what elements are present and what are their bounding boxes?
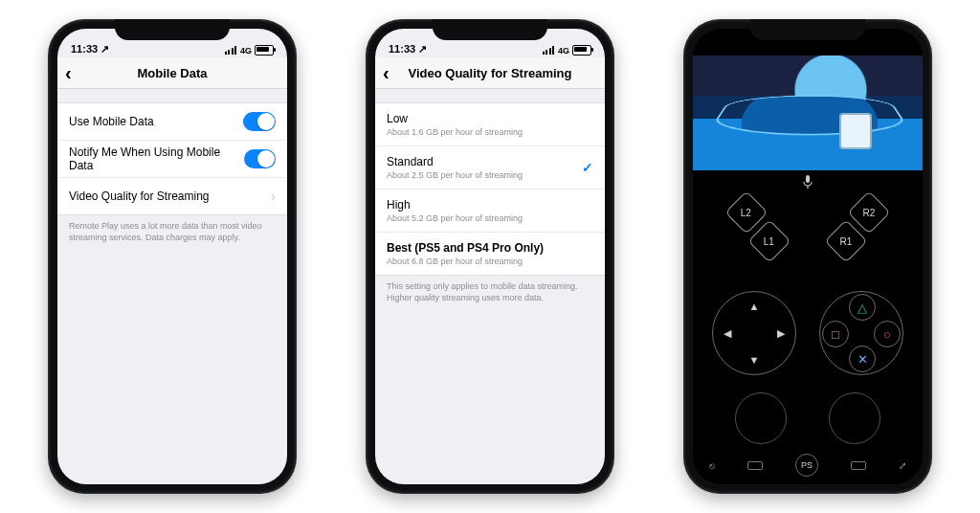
cross-button[interactable]: ✕ [849,346,876,372]
signal-icon [225,46,237,55]
dpad-right[interactable]: ▶ [770,323,791,344]
right-stick[interactable] [829,392,880,444]
battery-icon [572,45,591,56]
row-use-mobile-data[interactable]: Use Mobile Data [57,103,287,140]
ps-button[interactable]: PS [795,454,818,477]
virtual-controller: L2 L1 R2 R1 ▲ ▼ ◀ ▶ △ ○ ✕ □ [693,193,923,484]
notch [433,19,547,40]
toggle-notify-mobile-data[interactable] [244,149,276,168]
face-button-ring: △ ○ ✕ □ [819,291,903,375]
row-notify-mobile-data[interactable]: Notify Me When Using Mobile Data [57,140,287,177]
left-stick[interactable] [735,392,787,444]
option-subtitle: About 6.8 GB per hour of streaming [387,256,523,266]
circle-button[interactable]: ○ [874,321,901,347]
nav-title: Mobile Data [138,66,208,80]
square-button[interactable]: □ [822,321,849,347]
dpad-up[interactable]: ▲ [744,296,765,317]
option-title: Standard [387,155,434,168]
bottom-button-row: ⎋ PS ⤢ [693,454,923,477]
row-label: Use Mobile Data [69,115,154,128]
row-video-quality[interactable]: Video Quality for Streaming › [57,177,287,214]
phone-remote-play: L2 L1 R2 R1 ▲ ▼ ◀ ▶ △ ○ ✕ □ [683,19,932,494]
row-label: Video Quality for Streaming [69,190,210,203]
option-subtitle: About 1.6 GB per hour of streaming [387,127,523,137]
checkmark-icon: ✓ [582,160,593,175]
chevron-right-icon: › [271,189,276,204]
option-high[interactable]: High About 5.2 GB per hour of streaming [375,189,605,232]
mic-button[interactable] [693,170,923,193]
option-low[interactable]: Low About 1.6 GB per hour of streaming [375,103,605,145]
footnote: This setting only applies to mobile data… [375,276,605,309]
footnote: Remote Play uses a lot more data than mo… [57,215,287,249]
signal-icon [543,46,555,55]
battery-icon [255,45,274,56]
network-label: 4G [558,46,569,56]
dpad-down[interactable]: ▼ [744,349,765,370]
fullscreen-icon[interactable]: ⤢ [899,460,906,471]
dpad-ring: ▲ ▼ ◀ ▶ [712,291,796,375]
dpad-left[interactable]: ◀ [717,323,738,344]
share-icon[interactable]: ⎋ [709,460,715,471]
phone-video-quality: 11:33 ↗ 4G ‹ Video Quality for Streaming… [366,19,614,494]
network-label: 4G [240,46,252,56]
options-button[interactable] [851,461,866,470]
notch [115,19,230,40]
row-label: Notify Me When Using Mobile Data [69,145,244,172]
option-title: Low [387,112,408,125]
option-best[interactable]: Best (PS5 and PS4 Pro Only) About 6.8 GB… [375,232,605,275]
svg-rect-0 [806,175,810,183]
game-stream-view[interactable] [693,56,923,170]
create-button[interactable] [747,461,763,470]
back-button[interactable]: ‹ [65,63,72,82]
back-button[interactable]: ‹ [383,63,390,82]
nav-bar: ‹ Video Quality for Streaming [375,57,605,89]
option-title: Best (PS5 and PS4 Pro Only) [387,241,544,255]
option-subtitle: About 5.2 GB per hour of streaming [387,213,523,223]
triangle-button[interactable]: △ [849,294,876,321]
nav-bar: ‹ Mobile Data [57,57,287,89]
phone-mobile-data: 11:33 ↗ 4G ‹ Mobile Data Use Mobile Data… [48,19,297,494]
nav-title: Video Quality for Streaming [409,66,572,80]
option-standard[interactable]: Standard About 2.5 GB per hour of stream… [375,145,605,189]
toggle-use-mobile-data[interactable] [243,112,276,131]
option-subtitle: About 2.5 GB per hour of streaming [387,170,523,180]
option-title: High [387,198,411,212]
notch [750,19,865,40]
